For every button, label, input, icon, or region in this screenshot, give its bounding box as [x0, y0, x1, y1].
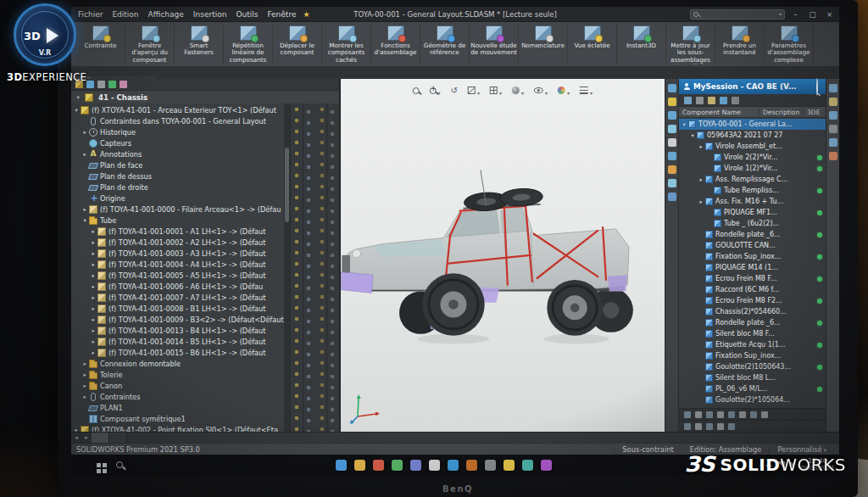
tree-expand-arrow[interactable]: ▸ [90, 338, 97, 344]
taskbar-app-icon[interactable] [522, 460, 533, 471]
mysession-tree-item[interactable]: Ecrou Frein M8 F2... [679, 295, 826, 306]
ribbon-button[interactable]: Déplacer le composant [273, 24, 322, 65]
mysession-tree-item[interactable]: Chassis(2)*054660... [679, 306, 826, 317]
taskbar-app-icon[interactable] [541, 460, 552, 471]
feature-tree-item[interactable]: ▸ (f) TOYA-41-001-0003 - A3 LH<1> -> (Dé… [71, 248, 284, 259]
tree-expand-arrow[interactable]: ▸ [90, 316, 97, 322]
feature-tree-item[interactable]: Composant symétrique1 [71, 413, 284, 424]
status-item[interactable]: Personnalisé [769, 445, 834, 454]
mysession-tree-item[interactable]: Fixation Sup_inox... [679, 251, 826, 262]
mysession-tree-item[interactable]: Etiquette Acqu 1(1... [679, 339, 826, 350]
display-style-icon[interactable] [510, 81, 526, 99]
feature-tree-item[interactable]: ▸ (f) TOYA-41-001-0002 - A2 LH<1> -> (Dé… [71, 237, 284, 248]
share-tab-icon[interactable] [717, 423, 724, 430]
feature-tree-item[interactable]: ▸ (f) TOYA-41-001-0001 - A1 LH<1> -> (Dé… [71, 226, 284, 237]
column-3de[interactable]: 3DE [804, 109, 826, 116]
tree-expand-arrow[interactable]: ▾ [689, 132, 696, 138]
ribbon-button[interactable]: Instant3D [617, 24, 666, 65]
mysession-tree-item[interactable]: ▸ Ass. Fix. M16 + Tu... [679, 196, 826, 207]
view-tree-icon[interactable] [695, 411, 702, 418]
ribbon-button[interactable]: Vue éclatée [568, 24, 617, 65]
feature-tree-item[interactable]: ▸ (f) XTOYA-41-002 - Point fixation SI0<… [71, 424, 284, 432]
taskbar-app-icon[interactable] [410, 460, 421, 471]
dock-tool-icon[interactable] [668, 111, 676, 120]
start-button[interactable] [97, 463, 101, 467]
minimize-button[interactable]: – [789, 8, 802, 20]
displaymanager-tab-icon[interactable] [120, 81, 127, 88]
taskbar-app-icon[interactable] [504, 460, 515, 471]
ribbon-button[interactable]: Contrainte [76, 24, 125, 65]
feature-tree-item[interactable]: ▸ Annotations [71, 148, 284, 159]
mysession-tree-item[interactable]: PIQUAGE MF1... [679, 207, 826, 218]
view-tiles-icon[interactable] [706, 411, 713, 418]
search-input[interactable] [690, 9, 785, 20]
panel-search-icon[interactable] [816, 79, 818, 95]
open-session-icon[interactable] [720, 97, 727, 104]
ribbon-button[interactable]: Smart Fasteners [175, 24, 224, 65]
history-tab-icon[interactable] [706, 423, 713, 430]
feature-tree-item[interactable]: PLAN1 [71, 402, 284, 413]
tree-expand-arrow[interactable]: ▸ [81, 383, 88, 388]
dock-tool-icon[interactable] [668, 98, 676, 106]
mysession-tree-item[interactable]: PL_06_v6 M/L... [679, 383, 826, 394]
taskpane-tab-icon[interactable] [829, 138, 837, 147]
model-tabs-scroll-right[interactable]: ▸ [81, 433, 92, 443]
feature-tree-item[interactable]: ▸ (f) TOYA-41-001-0004 - A4 LH<1> -> (Dé… [71, 259, 284, 270]
taskbar-app-icon[interactable] [373, 460, 384, 471]
scrollbar-thumb[interactable] [285, 148, 289, 222]
feature-tree-item[interactable]: ▸ Historique [71, 126, 284, 137]
refresh-icon[interactable] [696, 97, 704, 104]
edit-appearance-icon[interactable] [556, 81, 571, 99]
feature-tree-item[interactable]: ▾ Tube [71, 215, 284, 226]
hide-show-items-icon[interactable] [532, 81, 549, 99]
feature-tree-item[interactable]: ▸ Canon [71, 380, 284, 391]
feature-tree-item[interactable]: ▾ (f) XTOYA-41-001 - Arceau Exterieur TO… [71, 104, 284, 115]
dock-tool-icon[interactable] [668, 138, 676, 147]
maximize-button[interactable]: □ [806, 8, 819, 20]
tree-expand-arrow[interactable]: ▾ [81, 217, 88, 223]
tree-expand-arrow[interactable]: ▸ [90, 305, 97, 311]
ribbon-button[interactable]: Montrer les composants cachés [322, 24, 371, 65]
tree-expand-arrow[interactable]: ▸ [81, 151, 88, 157]
column-component-name[interactable]: Component Name [679, 109, 760, 116]
ribbon-button[interactable]: Fonctions d'assemblage [371, 24, 420, 65]
feature-tree-item[interactable]: ▸ (f) TOYA-41-001-0013 - B4 LH<1> -> (Dé… [71, 325, 284, 336]
view-settings-icon[interactable] [578, 81, 594, 99]
feature-tree-item[interactable]: ▸ (f) TOYA-41-001-0008 - B1 LH<1> -> (Dé… [71, 303, 284, 314]
tree-expand-arrow[interactable]: ▸ [90, 239, 97, 245]
ribbon-button[interactable]: Fenêtre d'aperçu du composant [125, 24, 175, 65]
mysession-tree-item[interactable]: ▸ Ass. Remplissage C... [679, 174, 826, 185]
previous-view-icon[interactable] [449, 86, 459, 96]
mysession-tree-item[interactable]: Fixation Sup_inox... [679, 350, 826, 361]
zoom-area-icon[interactable] [428, 81, 442, 99]
taskbar-app-icon[interactable] [336, 460, 347, 471]
select-mode-icon[interactable] [750, 411, 757, 418]
ribbon-button[interactable]: Nomenclature [519, 24, 568, 65]
tree-expand-arrow[interactable]: ▸ [698, 198, 704, 204]
mysession-tree-item[interactable]: ▸ Virole Assembl_et... [679, 141, 826, 152]
mysession-tree-item[interactable]: Virole 1(2)*Vir... [679, 163, 826, 174]
feature-tree-item[interactable]: Plan de dessus [71, 170, 284, 181]
tree-expand-arrow[interactable]: ▸ [81, 394, 88, 399]
sort-icon[interactable] [717, 411, 724, 418]
zoom-fit-icon[interactable] [411, 87, 421, 95]
ribbon-button[interactable]: Répétition linéaire de composants [224, 24, 273, 65]
taskbar-app-icon[interactable] [354, 460, 365, 471]
mysession-tree-item[interactable]: Silent bloc M8 F... [679, 328, 826, 339]
options-icon[interactable] [761, 411, 768, 418]
bookmark-tab-icon[interactable] [695, 423, 702, 430]
dimxpertmanager-tab-icon[interactable] [108, 81, 116, 88]
tree-expand-arrow[interactable]: ▸ [90, 272, 97, 278]
collapse-all-icon[interactable] [739, 411, 746, 418]
view-orientation-icon[interactable] [488, 81, 504, 99]
taskpane-tab-icon[interactable] [829, 98, 837, 106]
mysession-tree-item[interactable]: ▾ TOYA-00-001 - General La... [679, 119, 826, 130]
feature-tree-item[interactable]: ▸ (f) TOYA-41-001-0005 - A5 LH<1> -> (Dé… [71, 270, 284, 281]
dock-tool-icon[interactable] [668, 179, 676, 187]
tree-expand-arrow[interactable]: ▸ [698, 176, 704, 182]
feature-tree-item[interactable]: ▸ (f) TOYA-41-001-0000 - Filaire Arceau<… [71, 204, 284, 215]
tree-expand-arrow[interactable]: ▾ [73, 107, 80, 113]
search-tab-icon[interactable] [684, 423, 691, 430]
tree-expand-arrow[interactable]: ▸ [81, 360, 88, 366]
assembly-root-item[interactable]: ▾ 41 - Chassis [71, 91, 339, 103]
